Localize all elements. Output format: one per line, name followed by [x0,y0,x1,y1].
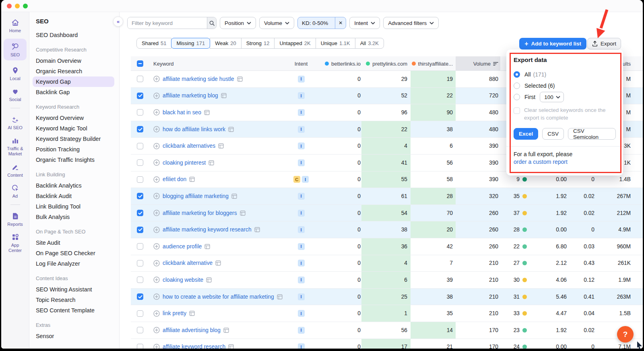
remove-filter-icon[interactable]: ✕ [335,17,346,29]
add-keyword-plus-icon[interactable] [153,227,160,233]
rail-item-content[interactable]: Content [1,162,29,178]
sidebar-item-organic-research[interactable]: Organic Research [33,66,119,76]
add-keyword-plus-icon[interactable] [153,176,160,183]
filter-pill-volume[interactable]: Volume [259,17,294,29]
sidebar-item-seo-dashboard[interactable]: SEO Dashboard [33,30,119,40]
add-keyword-plus-icon[interactable] [153,310,160,317]
sidebar-item-log-file-analyzer[interactable]: Log File Analyzer [33,258,119,269]
keyword-link[interactable]: how do affiliate links work [163,126,225,132]
keyword-link[interactable]: blogging affiliate marketing [163,193,229,199]
filter-pill-intent[interactable]: Intent [349,17,380,29]
export-option-radio[interactable] [514,71,520,78]
keyword-link[interactable]: affiliate advertising blog [163,327,221,333]
rail-item-ad[interactable]: Ad [1,183,29,199]
keyword-link[interactable]: affiliate marketing side hustle [163,76,234,82]
tab-shared[interactable]: Shared51 [136,38,171,49]
row-checkbox[interactable] [137,93,143,99]
row-checkbox[interactable] [137,109,143,116]
row-checkbox[interactable] [137,210,143,216]
sidebar-item-backlink-gap[interactable]: Backlink Gap [33,87,119,97]
filter-pill-advanced-filters[interactable]: Advanced filters [383,17,439,29]
sidebar-item-bulk-analysis[interactable]: Bulk Analysis [33,212,119,222]
keyword-link[interactable]: affiliate marketing keyword research [163,227,252,233]
order-custom-report-link[interactable]: order a custom report [514,159,616,165]
export-option-radio[interactable] [514,83,520,89]
sidebar-item-domain-overview[interactable]: Domain Overview [33,56,119,66]
sidebar-item-backlink-analytics[interactable]: Backlink Analytics [33,180,119,191]
keyword-link[interactable]: audience profile [163,244,202,250]
tab-missing[interactable]: Missing171 [171,38,210,49]
tab-all[interactable]: All3.2K [355,38,384,49]
sidebar-item-backlink-audit[interactable]: Backlink Audit [33,191,119,201]
add-keyword-plus-icon[interactable] [153,210,160,216]
export-excel-button[interactable]: Excel [514,128,538,140]
row-checkbox[interactable] [137,159,143,166]
sidebar-item-keyword-overview[interactable]: Keyword Overview [33,113,119,123]
sidebar-item-on-page-seo-checker[interactable]: On Page SEO Checker [33,248,119,258]
keyword-link[interactable]: affiliate marketing for bloggers [163,210,237,216]
tab-unique[interactable]: Unique1.1K [316,38,355,49]
add-keyword-plus-icon[interactable] [153,143,160,149]
row-checkbox[interactable] [137,143,143,149]
minimize-window-button[interactable] [15,4,20,8]
export-option-radio[interactable] [514,94,520,100]
sidebar-item-sensor[interactable]: Sensor [33,331,119,341]
rail-item-seo[interactable]: SEO [4,39,27,60]
keyword-link[interactable]: how to create a website for affiliate ma… [163,294,274,300]
sidebar-item-seo-writing-assistant[interactable]: SEO Writing Assistant [33,284,119,295]
keyword-link[interactable]: cloaking website [163,277,203,283]
row-checkbox[interactable] [137,327,143,333]
sidebar-item-link-building-tool[interactable]: Link Building Tool [33,201,119,212]
row-checkbox[interactable] [137,260,143,266]
add-keyword-plus-icon[interactable] [153,159,160,166]
row-checkbox[interactable] [137,227,143,233]
col-header-thirstyaffiliate[interactable]: thirstyaffiliate... [411,56,456,71]
select-all-checkbox[interactable] [137,60,143,67]
export-csv-button[interactable]: CSV [542,128,564,140]
sidebar-item-keyword-gap[interactable]: Keyword Gap [33,76,114,87]
keyword-link[interactable]: clickbank alternatives [163,143,215,149]
keyword-link[interactable]: clickbank alternative [163,260,213,266]
sidebar-item-seo-content-template[interactable]: SEO Content Template [33,305,119,316]
add-keyword-plus-icon[interactable] [153,109,160,116]
rail-item-social[interactable]: Social [1,87,29,102]
keyword-link[interactable]: affiliate marketing blog [163,93,218,99]
add-keyword-plus-icon[interactable] [153,277,160,283]
row-checkbox[interactable] [137,293,143,300]
add-keyword-plus-icon[interactable] [153,260,160,266]
rail-item-home[interactable]: Home [1,18,29,33]
filter-pill-position[interactable]: Position [220,17,256,29]
export-csv-semicolon-button[interactable]: CSV Semicolon [568,128,616,140]
col-header-keyword[interactable]: Keyword [149,56,283,71]
keyword-link[interactable]: affiliate keyword research [163,344,225,349]
keyword-link[interactable]: black hat in seo [163,109,201,116]
search-button[interactable] [207,17,216,29]
first-n-select[interactable]: 100 [540,92,564,102]
search-input[interactable] [128,17,207,29]
col-header-prettylinks[interactable]: prettylinks.com [361,56,411,71]
keyword-link[interactable]: efiliet don [163,176,186,182]
sidebar-item-topic-research[interactable]: Topic Research [33,295,119,305]
rail-item-traffic-market[interactable]: Traffic &Market [1,136,29,157]
tab-weak[interactable]: Weak20 [210,38,241,49]
filter-pill-kd-0-50-[interactable]: KD: 0-50%✕ [297,17,346,29]
row-checkbox[interactable] [137,310,143,317]
tab-strong[interactable]: Strong12 [241,38,275,49]
sidebar-collapse-button[interactable]: « [113,17,123,27]
rail-item-reports[interactable]: Reports [1,211,29,227]
add-keyword-plus-icon[interactable] [153,76,160,82]
export-button[interactable]: Export [587,38,621,50]
add-to-keyword-list-button[interactable]: + Add to keyword list [519,38,586,50]
close-window-button[interactable] [7,4,12,8]
add-keyword-plus-icon[interactable] [153,293,160,300]
add-keyword-plus-icon[interactable] [153,327,160,333]
add-keyword-plus-icon[interactable] [153,126,160,132]
rail-item-local[interactable]: Local [1,66,29,81]
rail-item-ai-seo[interactable]: AI SEO [1,115,29,130]
keyword-link[interactable]: cloaking pinterest [163,160,206,166]
row-checkbox[interactable] [137,243,143,250]
col-header-volume[interactable]: Volume [456,56,500,71]
sidebar-item-organic-traffic-insights[interactable]: Organic Traffic Insights [33,155,119,165]
clear-selected-checkbox[interactable] [514,107,520,114]
tab-untapped[interactable]: Untapped2K [274,38,316,49]
